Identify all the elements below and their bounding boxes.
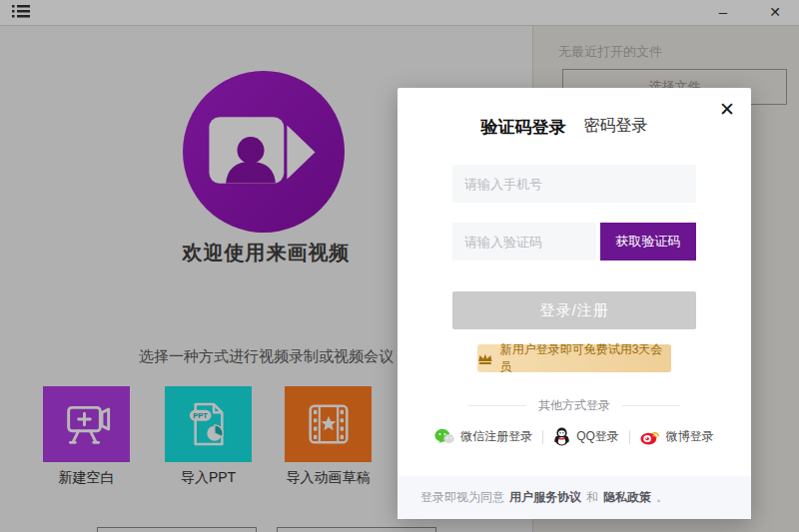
promo-text: 新用户登录即可免费试用3天会员: [500, 341, 671, 375]
new-user-promo-banner: 新用户登录即可免费试用3天会员: [477, 344, 671, 372]
agreement-prefix: 登录即视为同意: [420, 489, 504, 506]
privacy-policy-link[interactable]: 隐私政策: [603, 489, 651, 506]
crown-icon: [477, 352, 493, 365]
wechat-icon: [434, 428, 454, 445]
agreement-suffix: 。: [656, 489, 668, 506]
weibo-icon: [640, 428, 660, 445]
service-agreement-link[interactable]: 用户服务协议: [509, 489, 581, 506]
get-code-button[interactable]: 获取验证码: [600, 223, 696, 261]
app-window: – ✕ 欢迎使用来画视频 选择一种方式进行视频录制或视频会议: [0, 0, 799, 532]
tab-password-login[interactable]: 密码登录: [584, 116, 648, 139]
login-tabs: 验证码登录 密码登录: [388, 116, 741, 139]
weibo-login-button[interactable]: 微博登录: [640, 428, 714, 445]
login-register-button[interactable]: 登录/注册: [452, 291, 696, 329]
verification-code-input[interactable]: [452, 223, 596, 261]
other-login-divider: 其他方式登录: [398, 397, 751, 414]
wechat-login-button[interactable]: 微信注册登录: [434, 428, 532, 445]
phone-input[interactable]: [452, 165, 696, 203]
social-login-row: 微信注册登录 QQ登录: [398, 427, 751, 446]
login-dialog: ✕ 验证码登录 密码登录 获取验证码 登录/注册 新用户登录即可免费试用3天会员…: [398, 88, 751, 519]
tab-code-login[interactable]: 验证码登录: [481, 116, 566, 139]
other-login-label: 其他方式登录: [538, 397, 610, 414]
qq-login-button[interactable]: QQ登录: [553, 427, 619, 446]
qq-icon: [553, 427, 570, 446]
agreement-footer: 登录即视为同意 用户服务协议 和 隐私政策 。: [398, 476, 751, 519]
agreement-and: 和: [586, 489, 598, 506]
